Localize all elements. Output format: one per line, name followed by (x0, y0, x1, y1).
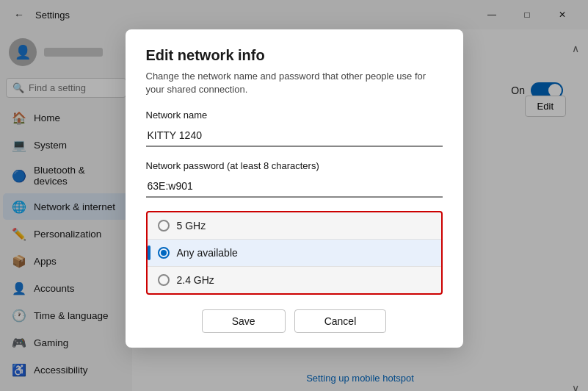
radio-dot-any (158, 247, 170, 259)
radio-option-24ghz[interactable]: 2.4 GHz (148, 267, 441, 293)
save-button[interactable]: Save (202, 309, 286, 333)
cancel-button[interactable]: Cancel (294, 309, 387, 333)
radio-label-any: Any available (177, 247, 238, 259)
network-password-input[interactable] (146, 176, 443, 198)
edit-network-dialog: Edit network info Change the network nam… (126, 29, 463, 348)
network-name-label: Network name (146, 110, 443, 121)
network-password-label: Network password (at least 8 characters) (146, 160, 443, 171)
radio-option-5ghz[interactable]: 5 GHz (148, 212, 441, 240)
radio-dot-24ghz (158, 274, 170, 286)
dialog-actions: Save Cancel (146, 309, 443, 333)
radio-label-24ghz: 2.4 GHz (177, 274, 214, 286)
dialog-description: Change the network name and password tha… (146, 70, 443, 96)
selected-indicator (148, 245, 150, 260)
radio-dot-5ghz (158, 220, 170, 232)
app-body: 👤 🔍 🏠 Home 💻 System 🔵 Bluetooth & device… (0, 29, 588, 391)
radio-option-any[interactable]: Any available (148, 240, 441, 267)
network-name-input[interactable] (146, 125, 443, 147)
dialog-title: Edit network info (146, 47, 443, 64)
frequency-radio-group: 5 GHz Any available 2.4 GHz (146, 211, 443, 295)
radio-label-5ghz: 5 GHz (177, 220, 206, 232)
